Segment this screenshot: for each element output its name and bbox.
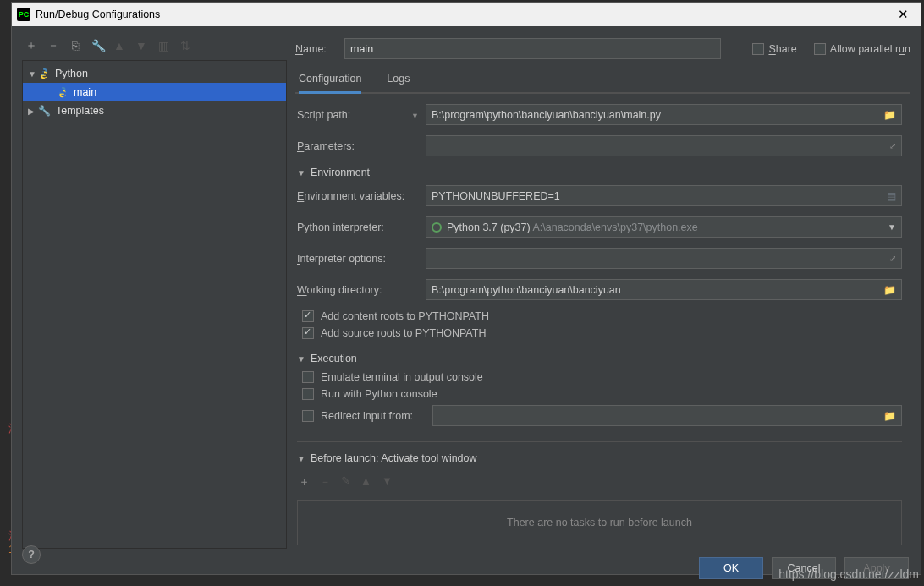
interpreter-select[interactable]: Python 3.7 (py37) A:\anaconda\envs\py37\… xyxy=(426,216,902,238)
tree-node-python[interactable]: ▼ Python xyxy=(23,64,286,83)
edit-icon[interactable]: ✎ xyxy=(341,474,350,490)
parallel-run-checkbox[interactable]: Allow parallel run xyxy=(814,43,910,55)
tree-node-main[interactable]: main xyxy=(23,83,286,101)
interpreter-ok-icon xyxy=(432,222,442,233)
interpreter-label: Python interpreter: xyxy=(297,222,426,233)
add-icon[interactable]: ＋ xyxy=(25,38,37,53)
sidebar-toolbar: ＋ － ⎘ 🔧 ▲ ▼ ▥ ⇅ xyxy=(22,36,287,60)
config-tree[interactable]: ▼ Python main ▶ 🔧 Templates xyxy=(22,60,287,549)
up-icon[interactable]: ▲ xyxy=(360,474,371,490)
configurations-sidebar: ＋ － ⎘ 🔧 ▲ ▼ ▥ ⇅ ▼ Python xyxy=(22,36,287,549)
config-tabs: Configuration Logs xyxy=(295,68,910,94)
run-debug-dialog: PC Run/Debug Configurations ✕ ＋ － ⎘ 🔧 ▲ … xyxy=(11,2,921,575)
tree-node-templates[interactable]: ▶ 🔧 Templates xyxy=(23,101,286,120)
folder-browse-icon[interactable]: 📁 xyxy=(883,109,896,121)
wrench-icon: 🔧 xyxy=(38,105,51,117)
interp-opts-label: Interpreter options: xyxy=(297,253,426,265)
tree-node-label: Templates xyxy=(56,105,104,117)
chevron-down-icon: ▼ xyxy=(297,168,305,178)
pycharm-icon: PC xyxy=(17,8,30,21)
remove-icon[interactable]: － xyxy=(47,38,59,53)
environment-section-header[interactable]: ▼Environment xyxy=(297,167,902,178)
script-path-label: Script path:▼ xyxy=(297,109,426,121)
chevron-down-icon: ▼ xyxy=(411,112,419,120)
watermark: https://blog.csdn.net/zzldm xyxy=(778,567,919,581)
folder-icon[interactable]: ▥ xyxy=(157,39,169,52)
before-launch-toolbar: ＋ － ✎ ▲ ▼ xyxy=(297,471,902,493)
tab-configuration[interactable]: Configuration xyxy=(299,68,361,94)
add-source-roots-checkbox[interactable]: Add source roots to PYTHONPATH xyxy=(302,327,902,339)
redirect-input-path[interactable]: 📁 xyxy=(432,405,902,426)
config-form: Script path:▼ B:\program\python\banciyua… xyxy=(295,94,910,549)
edit-icon[interactable]: 🔧 xyxy=(91,39,103,52)
workdir-input[interactable]: B:\program\python\banciyuan\banciyuan📁 xyxy=(426,279,902,300)
dialog-title: Run/Debug Configurations xyxy=(36,8,890,20)
workdir-label: Working directory: xyxy=(297,284,426,296)
env-vars-label: Environment variables: xyxy=(297,190,426,202)
close-icon[interactable]: ✕ xyxy=(890,3,916,26)
add-content-roots-checkbox[interactable]: Add content roots to PYTHONPATH xyxy=(302,310,902,322)
up-icon[interactable]: ▲ xyxy=(113,39,125,52)
run-python-console-checkbox[interactable]: Run with Python console xyxy=(302,388,902,400)
expand-icon[interactable]: ⤢ xyxy=(889,254,896,263)
list-edit-icon[interactable]: ▤ xyxy=(887,190,896,202)
chevron-down-icon: ▼ xyxy=(297,354,305,364)
tree-node-label: main xyxy=(74,86,96,98)
parameters-label: Parameters: xyxy=(297,140,426,152)
env-vars-input[interactable]: PYTHONUNBUFFERED=1▤ xyxy=(426,185,902,206)
sort-icon[interactable]: ⇅ xyxy=(179,39,191,52)
share-checkbox[interactable]: Share xyxy=(752,43,796,55)
help-button[interactable]: ? xyxy=(22,545,41,564)
python-icon xyxy=(57,86,69,98)
chevron-right-icon: ▶ xyxy=(28,107,36,116)
ok-button[interactable]: OK xyxy=(699,557,763,579)
dialog-content: ＋ － ⎘ 🔧 ▲ ▼ ▥ ⇅ ▼ Python xyxy=(12,26,921,586)
chevron-down-icon: ▼ xyxy=(28,69,36,79)
emulate-terminal-checkbox[interactable]: Emulate terminal in output console xyxy=(302,371,902,383)
interp-opts-input[interactable]: ⤢ xyxy=(426,248,902,269)
name-input[interactable] xyxy=(344,38,721,59)
before-launch-section-header[interactable]: ▼Before launch: Activate tool window xyxy=(297,452,902,464)
redirect-input-checkbox[interactable]: Redirect input from: 📁 xyxy=(302,405,902,426)
chevron-down-icon: ▼ xyxy=(297,454,305,463)
add-icon[interactable]: ＋ xyxy=(299,474,310,490)
execution-section-header[interactable]: ▼Execution xyxy=(297,353,902,364)
name-label: Name: xyxy=(295,43,336,55)
expand-icon[interactable]: ⤢ xyxy=(889,141,896,151)
chevron-down-icon: ▼ xyxy=(888,222,896,232)
tab-logs[interactable]: Logs xyxy=(387,68,410,92)
python-icon xyxy=(38,68,50,79)
down-icon[interactable]: ▼ xyxy=(382,474,393,490)
dialog-buttons: OK Cancel Apply xyxy=(22,549,910,586)
script-path-input[interactable]: B:\program\python\banciyuan\banciyuan\ma… xyxy=(426,104,902,125)
folder-browse-icon[interactable]: 📁 xyxy=(883,284,896,296)
dialog-titlebar: PC Run/Debug Configurations ✕ xyxy=(12,3,921,26)
before-launch-tasks-list[interactable]: There are no tasks to run before launch xyxy=(297,500,902,545)
folder-browse-icon[interactable]: 📁 xyxy=(883,410,896,422)
tree-node-label: Python xyxy=(55,68,88,79)
remove-icon[interactable]: － xyxy=(320,474,331,490)
config-detail-pane: Name: Share Allow parallel run Configura… xyxy=(295,36,910,549)
copy-icon[interactable]: ⎘ xyxy=(69,39,81,52)
down-icon[interactable]: ▼ xyxy=(135,39,147,52)
parameters-input[interactable]: ⤢ xyxy=(426,135,902,156)
